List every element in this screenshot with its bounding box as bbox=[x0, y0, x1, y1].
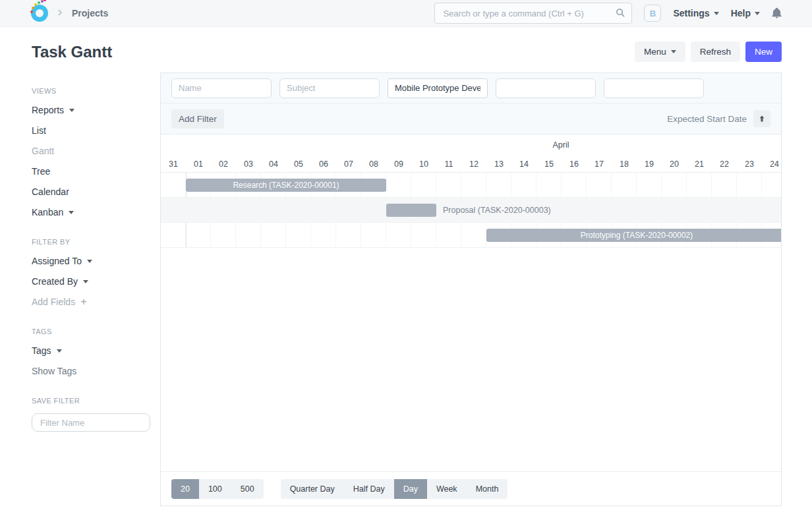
gantt-day-tick: 05 bbox=[286, 159, 311, 169]
gantt-day-tick: 23 bbox=[737, 159, 762, 169]
tags-heading: TAGS bbox=[32, 328, 150, 335]
filter-input-4[interactable] bbox=[496, 78, 596, 98]
filter-name-column-input[interactable] bbox=[171, 78, 272, 98]
view-mode-group: Quarter DayHalf DayDayWeekMonth bbox=[281, 479, 508, 499]
sidebar-item-tags[interactable]: Tags bbox=[32, 344, 150, 357]
app-logo[interactable] bbox=[31, 5, 48, 22]
logo-dot bbox=[30, 11, 33, 13]
add-filter-button[interactable]: Add Filter bbox=[171, 109, 224, 129]
gantt-row-prototyping: Prototyping (TASK-2020-00002) bbox=[161, 223, 781, 248]
gantt-day-tick: 06 bbox=[311, 159, 336, 169]
page-title: Task Gantt bbox=[32, 43, 112, 61]
gantt-footer: 20100500 Quarter DayHalf DayDayWeekMonth bbox=[161, 471, 781, 506]
gantt-day-row: 3101020304050607080910111213141516171819… bbox=[161, 159, 782, 169]
view-mode-quarter-day[interactable]: Quarter Day bbox=[281, 479, 344, 499]
gantt-day-tick: 14 bbox=[511, 159, 536, 169]
chevron-down-icon bbox=[755, 12, 760, 15]
gantt-bar-prototyping[interactable]: Prototyping (TASK-2020-00002) bbox=[486, 229, 782, 242]
gantt-day-tick: 22 bbox=[712, 159, 737, 169]
arrow-up-icon bbox=[758, 115, 766, 123]
sidebar-item-label: Gantt bbox=[32, 146, 54, 156]
gantt-header: April 3101020304050607080910111213141516… bbox=[161, 134, 781, 172]
view-mode-half-day[interactable]: Half Day bbox=[344, 479, 394, 499]
gantt-day-tick: 20 bbox=[662, 159, 687, 169]
tags-list: TagsShow Tags bbox=[32, 344, 150, 378]
chevron-down-icon bbox=[69, 211, 74, 214]
menu-button[interactable]: Menu bbox=[635, 42, 685, 62]
logo-dot bbox=[34, 3, 37, 6]
new-button[interactable]: New bbox=[745, 42, 782, 62]
avatar-letter: B bbox=[650, 9, 656, 18]
sidebar-item-calendar[interactable]: Calendar bbox=[32, 185, 150, 198]
sidebar-item-label: Created By bbox=[32, 276, 78, 287]
sidebar-item-label: Kanban bbox=[32, 207, 63, 217]
gantt-day-tick: 19 bbox=[637, 159, 662, 169]
filter-subject-input[interactable] bbox=[279, 78, 380, 98]
search-input[interactable] bbox=[434, 3, 632, 24]
sidebar-item-kanban[interactable]: Kanban bbox=[32, 206, 150, 219]
gantt-day-tick: 10 bbox=[411, 159, 436, 169]
filter-project-input[interactable] bbox=[388, 78, 488, 98]
page-length-500[interactable]: 500 bbox=[231, 479, 264, 499]
sidebar-item-show-tags[interactable]: Show Tags bbox=[32, 364, 150, 378]
breadcrumb-projects[interactable]: Projects bbox=[72, 8, 108, 18]
sidebar-item-assigned-to[interactable]: Assigned To bbox=[32, 254, 150, 268]
sidebar: VIEWS ReportsListGanttTreeCalendarKanban… bbox=[0, 72, 160, 506]
gantt-bar-research[interactable]: Research (TASK-2020-00001) bbox=[186, 179, 386, 192]
sidebar-item-label: Add Fields bbox=[32, 297, 75, 307]
views-heading: VIEWS bbox=[32, 87, 150, 95]
gantt-day-tick: 08 bbox=[361, 159, 386, 169]
gantt-day-tick: 07 bbox=[336, 159, 361, 169]
gantt-bar-label: Proposal (TASK-2020-00003) bbox=[443, 198, 551, 223]
filter-by-heading: FILTER BY bbox=[32, 238, 150, 246]
settings-label: Settings bbox=[673, 8, 709, 18]
gantt-row-research: Research (TASK-2020-00001) bbox=[161, 173, 781, 198]
gantt-day-tick: 13 bbox=[486, 159, 511, 169]
gantt-day-tick: 09 bbox=[386, 159, 411, 169]
search-icon bbox=[616, 8, 625, 18]
refresh-button[interactable]: Refresh bbox=[691, 42, 740, 62]
settings-menu[interactable]: Settings bbox=[673, 8, 718, 18]
view-mode-week[interactable]: Week bbox=[427, 479, 467, 499]
filter-input-5[interactable] bbox=[604, 78, 704, 98]
sidebar-item-reports[interactable]: Reports bbox=[32, 103, 150, 117]
menu-button-label: Menu bbox=[644, 47, 666, 57]
navbar: Projects B Settings Help bbox=[0, 0, 812, 27]
gantt-month-label: April bbox=[552, 140, 569, 150]
sidebar-item-add-fields[interactable]: Add Fields+ bbox=[32, 295, 150, 308]
help-label: Help bbox=[731, 8, 751, 18]
gantt-day-tick: 16 bbox=[562, 159, 587, 169]
sort-field-label[interactable]: Expected Start Date bbox=[667, 114, 747, 124]
notifications-bell-icon[interactable] bbox=[772, 8, 782, 18]
gantt-day-tick: 31 bbox=[161, 159, 186, 169]
sidebar-item-list[interactable]: List bbox=[32, 124, 150, 137]
help-menu[interactable]: Help bbox=[731, 8, 760, 18]
chevron-down-icon bbox=[671, 50, 676, 53]
sidebar-item-label: Show Tags bbox=[32, 366, 76, 376]
page-length-20[interactable]: 20 bbox=[171, 479, 199, 499]
logo-dot bbox=[44, 0, 46, 1]
sort-direction-button[interactable] bbox=[753, 110, 770, 127]
view-mode-day[interactable]: Day bbox=[394, 479, 427, 499]
gantt-empty-area bbox=[161, 248, 781, 471]
sidebar-item-label: Tree bbox=[32, 166, 50, 177]
filter-bar bbox=[161, 73, 781, 103]
logo-dot bbox=[32, 7, 34, 9]
chevron-down-icon bbox=[87, 260, 92, 263]
sidebar-item-created-by[interactable]: Created By bbox=[32, 275, 150, 288]
chevron-down-icon bbox=[57, 349, 62, 353]
plus-icon: + bbox=[80, 296, 86, 308]
page-length-100[interactable]: 100 bbox=[199, 479, 231, 499]
sidebar-item-label: Calendar bbox=[32, 187, 69, 197]
filter-name-input[interactable] bbox=[32, 413, 150, 432]
view-mode-month[interactable]: Month bbox=[467, 479, 508, 499]
gantt-bar-proposal[interactable] bbox=[386, 204, 436, 217]
sidebar-item-label: List bbox=[32, 125, 46, 136]
sidebar-item-gantt[interactable]: Gantt bbox=[32, 144, 150, 158]
avatar[interactable]: B bbox=[644, 5, 661, 22]
gantt-day-tick: 03 bbox=[236, 159, 261, 169]
gantt-row-proposal: Proposal (TASK-2020-00003) bbox=[161, 198, 781, 223]
sidebar-item-tree[interactable]: Tree bbox=[32, 165, 150, 178]
sidebar-item-label: Assigned To bbox=[32, 256, 82, 266]
gantt-day-tick: 21 bbox=[687, 159, 712, 169]
